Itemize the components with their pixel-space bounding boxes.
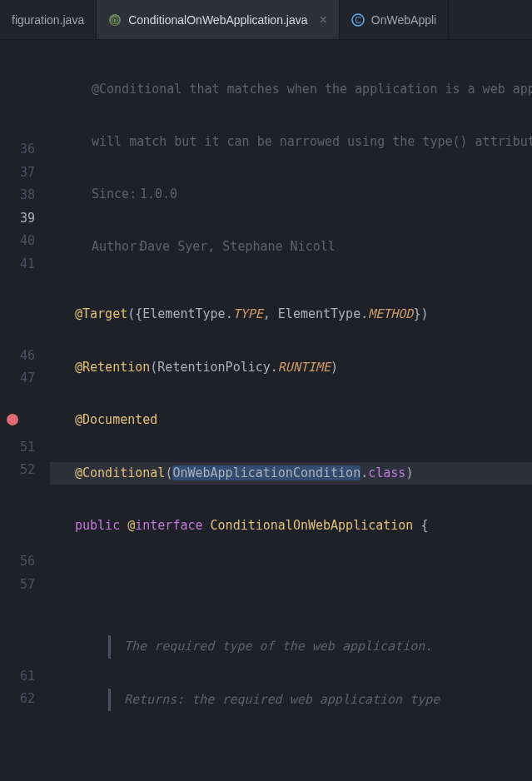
- javadoc-line: @Conditional that matches when the appli…: [50, 78, 532, 101]
- javadoc-block: Returns: the required web application ty…: [50, 689, 532, 712]
- code-line-41: [50, 568, 532, 591]
- code-line-37: @Retention(RetentionPolicy.RUNTIME): [50, 356, 532, 380]
- svg-text:C: C: [355, 16, 360, 25]
- javadoc-block: The required type of the web application…: [50, 635, 532, 659]
- code-line-39: @Conditional(OnWebApplicationCondition.c…: [50, 462, 532, 485]
- code-editor[interactable]: 36 37 38 39 40 41 46 47 51 52 56 57 61 6…: [0, 40, 532, 781]
- tab-file-3[interactable]: C OnWebAppli: [340, 0, 449, 39]
- code-line-38: @Documented: [50, 409, 532, 432]
- class-icon: C: [351, 13, 365, 27]
- javadoc-since: Since:1.0.0: [50, 183, 532, 206]
- blank: [50, 741, 532, 764]
- javadoc-line: will match but it can be narrowed using …: [50, 131, 532, 153]
- tab-file-2[interactable]: @ ConditionalOnWebApplication.java ×: [97, 0, 340, 39]
- close-icon[interactable]: ×: [320, 12, 327, 27]
- tab-file-1[interactable]: figuration.java: [0, 0, 97, 39]
- code-area[interactable]: @Conditional that matches when the appli…: [50, 40, 532, 781]
- svg-text:@: @: [111, 15, 120, 25]
- annotation-icon: @: [108, 13, 122, 27]
- code-line-40: public @interface ConditionalOnWebApplic…: [50, 515, 532, 538]
- tab-label: ConditionalOnWebApplication.java: [128, 13, 307, 27]
- javadoc-author: Author:Dave Syer, Stephane Nicoll: [50, 236, 532, 258]
- line-gutter: 36 37 38 39 40 41 46 47 51 52 56 57 61 6…: [0, 40, 50, 781]
- editor-tabs: figuration.java @ ConditionalOnWebApplic…: [0, 0, 532, 40]
- tab-label: figuration.java: [12, 13, 84, 27]
- tab-label: OnWebAppli: [371, 13, 436, 27]
- code-line-36: @Target({ElementType.TYPE, ElementType.M…: [50, 303, 532, 326]
- breakpoint-icon[interactable]: [7, 414, 18, 425]
